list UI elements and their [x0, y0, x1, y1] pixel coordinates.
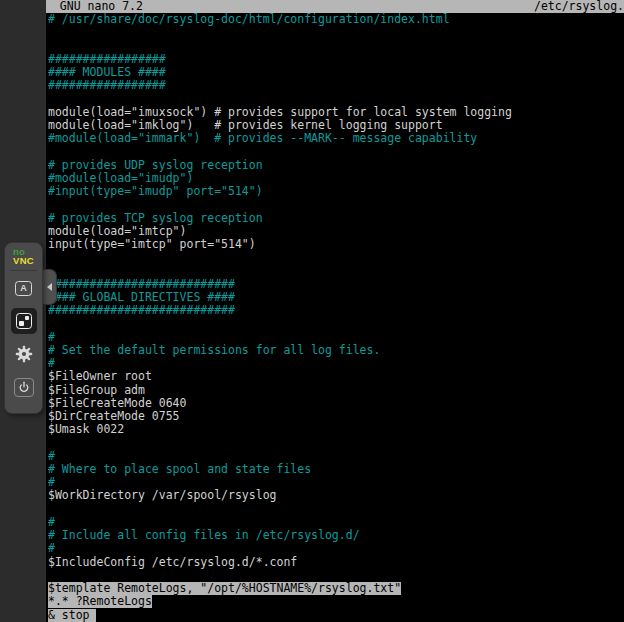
novnc-logo: no VNC	[13, 248, 34, 265]
fullscreen-icon	[16, 313, 32, 329]
config-line: $FileOwner root	[48, 370, 624, 383]
panel-divider	[10, 270, 37, 271]
nano-app-title: GNU nano 7.2	[46, 0, 143, 13]
chevron-left-icon	[47, 283, 52, 291]
config-line: #### GLOBAL DIRECTIVES ####	[48, 291, 624, 304]
config-line	[48, 437, 624, 450]
config-line: module(load="imklog") # provides kernel …	[48, 119, 624, 132]
config-line: #	[48, 516, 624, 529]
config-line: #################	[48, 79, 624, 92]
novnc-logo-bottom: VNC	[13, 257, 34, 266]
config-line	[48, 503, 624, 516]
config-line: #module(load="immark") # provides --MARK…	[48, 132, 624, 145]
nano-buffer: # /usr/share/doc/rsyslog-doc/html/config…	[46, 13, 624, 622]
config-line-selected: $template RemoteLogs, "/opt/%HOSTNAME%/r…	[48, 582, 624, 595]
control-bar-handle[interactable]	[43, 269, 57, 305]
terminal[interactable]: GNU nano 7.2 /etc/rsyslog. # /usr/share/…	[46, 0, 624, 622]
config-line	[48, 26, 624, 39]
config-line	[48, 317, 624, 330]
config-line	[48, 92, 624, 105]
config-line: #module(load="imudp")	[48, 172, 624, 185]
config-line: #	[48, 357, 624, 370]
power-icon	[14, 378, 34, 397]
config-line	[48, 145, 624, 158]
config-line: module(load="imtcp")	[48, 225, 624, 238]
keyboard-button[interactable]: A	[11, 275, 37, 301]
config-line: # provides UDP syslog reception	[48, 159, 624, 172]
config-line: # /usr/share/doc/rsyslog-doc/html/config…	[48, 13, 624, 26]
power-button[interactable]	[11, 374, 37, 400]
config-line: module(load="imuxsock") # provides suppo…	[48, 106, 624, 119]
config-line: # provides TCP syslog reception	[48, 212, 624, 225]
fullscreen-button[interactable]	[11, 308, 37, 334]
config-line: ###########################	[48, 304, 624, 317]
config-line-selected: *.* ?RemoteLogs	[48, 595, 624, 608]
novnc-screen: GNU nano 7.2 /etc/rsyslog. # /usr/share/…	[0, 0, 624, 622]
config-line	[48, 198, 624, 211]
novnc-control-bar: no VNC A	[4, 242, 43, 414]
config-line: # Set the default permissions for all lo…	[48, 344, 624, 357]
config-line: $Umask 0022	[48, 423, 624, 436]
nano-titlebar: GNU nano 7.2 /etc/rsyslog.	[46, 0, 624, 13]
config-line	[48, 569, 624, 582]
config-line: $FileGroup adm	[48, 384, 624, 397]
config-line: #	[48, 450, 624, 463]
config-line: # Where to place spool and state files	[48, 463, 624, 476]
config-line: #	[48, 476, 624, 489]
config-line: ###########################	[48, 278, 624, 291]
config-line-selected: & stop	[48, 609, 624, 622]
config-line: $WorkDirectory /var/spool/rsyslog	[48, 489, 624, 502]
config-line: #input(type="imudp" port="514")	[48, 185, 624, 198]
config-line	[48, 264, 624, 277]
config-line: #	[48, 331, 624, 344]
nano-file-path: /etc/rsyslog.	[534, 0, 624, 13]
config-line	[48, 251, 624, 264]
panel-buttons: A	[11, 275, 37, 400]
settings-button[interactable]	[11, 341, 37, 367]
config-line: $IncludeConfig /etc/rsyslog.d/*.conf	[48, 556, 624, 569]
config-line: $DirCreateMode 0755	[48, 410, 624, 423]
config-line	[48, 39, 624, 52]
config-line: input(type="imtcp" port="514")	[48, 238, 624, 251]
config-line: # Include all config files in /etc/rsysl…	[48, 529, 624, 542]
gear-icon	[15, 345, 33, 363]
config-line: #################	[48, 53, 624, 66]
keycap-a-icon: A	[15, 281, 32, 296]
config-line: #	[48, 542, 624, 555]
config-line: $FileCreateMode 0640	[48, 397, 624, 410]
config-line: #### MODULES ####	[48, 66, 624, 79]
